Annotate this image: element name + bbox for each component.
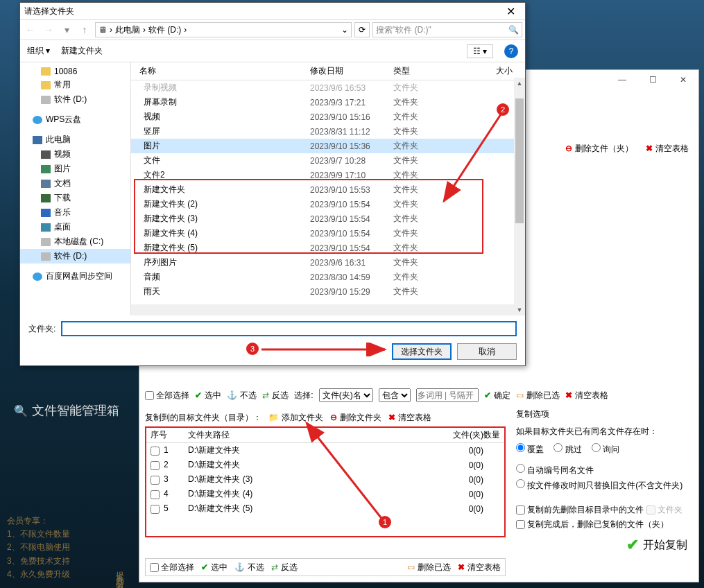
dialog-close-button[interactable]: ✕ [501, 5, 521, 18]
maximize-button[interactable]: ☐ [640, 72, 665, 87]
nav-recent-dropdown[interactable]: ▾ [59, 24, 74, 35]
help-button[interactable]: ? [504, 44, 518, 58]
close-button[interactable]: ✕ [671, 72, 696, 87]
tree-node[interactable]: 音乐 [20, 205, 130, 220]
list-item[interactable]: 文件22023/9/9 17:10文件夹 [131, 168, 525, 182]
new-folder-button[interactable]: 新建文件夹 [61, 45, 103, 57]
select-all-checkbox-2[interactable]: 全部选择 [150, 562, 194, 573]
radio-skip[interactable]: 跳过 [553, 443, 581, 456]
tree-node[interactable]: 百度网盘同步空间 [20, 269, 130, 284]
vertical-scrollbar[interactable]: ▲ ▼ [514, 78, 525, 315]
nav-up-button[interactable]: ↑ [77, 24, 92, 35]
clear-table-button-3[interactable]: ✖清空表格 [388, 412, 431, 424]
tree-node[interactable]: 10086 [20, 65, 130, 78]
list-item[interactable]: 屏幕录制2023/9/3 17:21文件夹 [131, 95, 525, 110]
breadcrumb-drive[interactable]: 软件 (D:) [148, 24, 181, 36]
tree-node[interactable]: 常用 [20, 78, 130, 92]
search-input[interactable]: 搜索"软件 (D:)"🔍 [372, 22, 522, 37]
radio-ask[interactable]: 询问 [592, 443, 619, 456]
list-item[interactable]: 图片2023/9/10 15:36文件夹 [131, 139, 525, 153]
radio-by-mtime[interactable]: 按文件修改时间只替换旧文件(不含文件夹) [516, 479, 693, 492]
add-folder-button[interactable]: 📁添加文件夹 [268, 412, 323, 424]
filter-mode-select[interactable]: 文件(夹)名 [319, 388, 373, 402]
tree-node[interactable]: 文档 [20, 176, 130, 191]
folder-name-input[interactable] [61, 321, 517, 336]
start-copy-button[interactable]: ✔ 开始复制 [626, 536, 687, 554]
minimize-button[interactable]: — [610, 72, 635, 87]
row-checkbox[interactable] [151, 461, 160, 470]
delete-file-button[interactable]: ⊖删除文件（夹） [565, 143, 633, 155]
tree-node[interactable]: 图片 [20, 162, 130, 176]
col-name[interactable]: 名称 [131, 65, 310, 77]
delete-folder-button[interactable]: ⊖删除文件夹 [330, 412, 381, 424]
list-item[interactable]: 音频2023/8/30 14:59文件夹 [131, 270, 525, 284]
radio-auto-rename[interactable]: 自动编号同名文件 [516, 464, 693, 476]
breadcrumb-dropdown-icon[interactable]: ⌄ [341, 25, 348, 35]
row-checkbox[interactable] [151, 447, 160, 456]
col-type[interactable]: 类型 [393, 65, 456, 77]
nav-forward-button[interactable]: → [41, 24, 56, 35]
tree-node[interactable]: 视频 [20, 147, 130, 162]
filter-keywords-input[interactable] [416, 388, 479, 402]
tree-node[interactable]: 此电脑 [20, 132, 130, 147]
clear-table-button-4[interactable]: ✖清空表格 [458, 562, 501, 573]
table-row[interactable]: 2D:\新建文件夹0(0) [146, 458, 504, 472]
clear-table-button-2[interactable]: ✖清空表格 [565, 390, 608, 401]
row-checkbox[interactable] [151, 476, 160, 485]
list-item[interactable]: 新建文件夹 (5)2023/9/10 15:54文件夹 [131, 241, 525, 255]
list-item[interactable]: 新建文件夹 (3)2023/9/10 15:54文件夹 [131, 211, 525, 226]
list-item[interactable]: 序列图片2023/9/6 16:31文件夹 [131, 255, 525, 270]
select-button-2[interactable]: ✔选中 [201, 562, 227, 573]
view-toggle-button[interactable]: ☷ ▾ [467, 44, 493, 58]
refresh-button[interactable]: ⟳ [354, 22, 370, 37]
breadcrumb[interactable]: 🖥 › 此电脑 › 软件 (D:) › ⌄ [95, 22, 352, 37]
row-checkbox[interactable] [151, 490, 160, 499]
invert-button[interactable]: ⇄反选 [262, 390, 289, 401]
breadcrumb-pc[interactable]: 此电脑 [115, 24, 140, 36]
unselect-button-2[interactable]: ⚓不选 [234, 562, 264, 573]
clear-table-button[interactable]: ✖清空表格 [646, 143, 689, 155]
table-row[interactable]: 5D:\新建文件夹 (5)0(0) [146, 501, 504, 516]
list-item[interactable]: 新建文件夹2023/9/10 15:53文件夹 [131, 182, 525, 197]
table-row[interactable]: 1D:\新建文件夹0(0) [146, 443, 504, 458]
list-item[interactable]: 文件2023/9/7 10:28文件夹 [131, 153, 525, 168]
list-rows[interactable]: 录制视频2023/9/6 16:53文件夹屏幕录制2023/9/3 17:21文… [131, 80, 525, 304]
list-item[interactable]: 新建文件夹 (4)2023/9/10 15:54文件夹 [131, 226, 525, 241]
tree-node[interactable]: 本地磁盘 (C:) [20, 234, 130, 249]
select-button[interactable]: ✔选中 [195, 390, 221, 401]
checkbox-pre-delete[interactable]: 复制前先删除目标目录中的文件 文件夹 [516, 504, 693, 516]
cancel-button[interactable]: 取消 [457, 343, 517, 360]
list-item[interactable]: 竖屏2023/8/31 11:12文件夹 [131, 124, 525, 139]
tree-node[interactable]: WPS云盘 [20, 112, 130, 127]
delete-selected-button[interactable]: ▭删除已选 [516, 390, 560, 401]
checkbox-post-delete[interactable]: 复制完成后，删除已复制的文件（夹） [516, 519, 693, 530]
col-size[interactable]: 大小 [456, 65, 525, 77]
row-checkbox[interactable] [151, 505, 160, 514]
scroll-thumb[interactable] [515, 98, 524, 223]
radio-overwrite[interactable]: 覆盖 [516, 443, 544, 456]
list-item[interactable]: 雨天2023/9/10 15:29文件夹 [131, 284, 525, 299]
tree-node[interactable]: 软件 (D:) [20, 249, 130, 263]
tree-node[interactable]: 软件 (D:) [20, 92, 130, 107]
tree-node[interactable]: 桌面 [20, 220, 130, 234]
nav-back-button[interactable]: ← [23, 24, 38, 35]
delete-selected-button-2[interactable]: ▭删除已选 [407, 562, 451, 573]
unselect-button[interactable]: ⚓不选 [227, 390, 257, 401]
horizontal-scrollbar[interactable] [131, 304, 514, 315]
select-all-checkbox[interactable]: 全部选择 [145, 390, 189, 401]
select-folder-button[interactable]: 选择文件夹 [392, 343, 452, 360]
scroll-up-icon[interactable]: ▲ [514, 78, 525, 89]
list-item[interactable]: 视频2023/9/10 15:16文件夹 [131, 110, 525, 124]
organize-button[interactable]: 组织 ▾ [27, 45, 50, 57]
tree-node[interactable]: 下载 [20, 191, 130, 205]
invert-button-2[interactable]: ⇄反选 [271, 562, 298, 573]
list-item[interactable]: 录制视频2023/9/6 16:53文件夹 [131, 80, 525, 95]
list-item[interactable]: 新建文件夹 (2)2023/9/10 15:54文件夹 [131, 197, 525, 211]
table-row[interactable]: 3D:\新建文件夹 (3)0(0) [146, 472, 504, 487]
scroll-down-icon[interactable]: ▼ [514, 304, 525, 315]
filter-contains-select[interactable]: 包含 [379, 388, 411, 402]
filter-confirm-button[interactable]: ✔确定 [484, 390, 510, 401]
folder-tree[interactable]: 10086常用软件 (D:)WPS云盘此电脑视频图片文档下载音乐桌面本地磁盘 (… [20, 62, 131, 315]
table-row[interactable]: 4D:\新建文件夹 (4)0(0) [146, 487, 504, 501]
col-date[interactable]: 修改日期 [310, 65, 393, 77]
